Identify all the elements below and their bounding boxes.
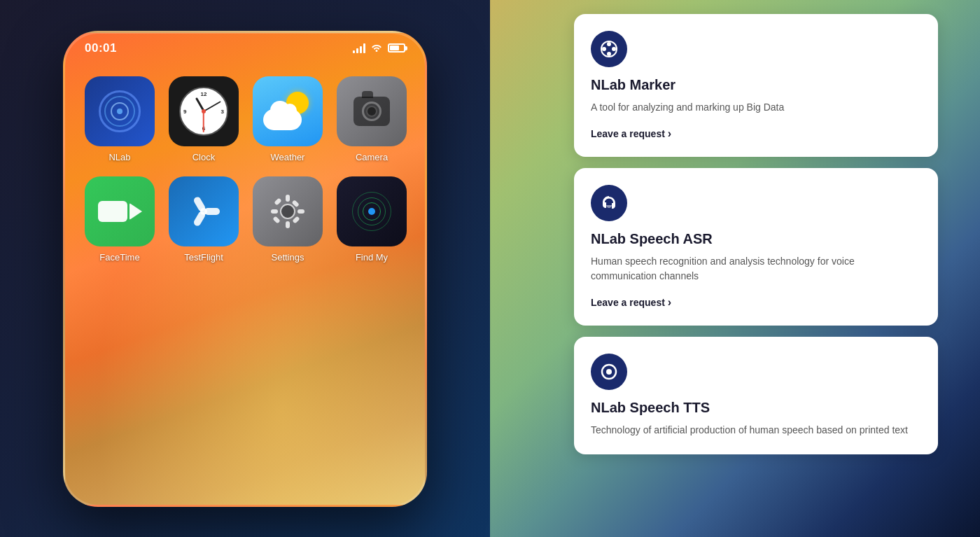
settings-label: Settings: [272, 252, 304, 263]
svg-rect-3: [286, 221, 290, 228]
svg-rect-7: [292, 216, 300, 223]
nlab-icon: [85, 76, 155, 146]
nlab-tts-icon: [591, 354, 627, 390]
camera-label: Camera: [356, 152, 388, 162]
app-settings[interactable]: Settings: [253, 176, 323, 263]
svg-point-0: [117, 109, 122, 114]
nlab-asr-title: NLab Speech ASR: [591, 231, 921, 247]
left-panel: 00:01: [0, 0, 490, 537]
nlab-asr-link[interactable]: Leave a request ›: [591, 296, 921, 309]
app-nlab[interactable]: NLab: [85, 76, 155, 162]
status-bar: 00:01: [65, 33, 425, 55]
status-time: 00:01: [85, 41, 117, 55]
svg-point-1: [281, 204, 295, 218]
card-nlab-marker: NLab Marker A tool for analyzing and mar…: [574, 14, 938, 157]
svg-point-12: [612, 47, 616, 51]
weather-label: Weather: [271, 152, 305, 162]
nlab-marker-link[interactable]: Leave a request ›: [591, 127, 921, 140]
clock-label: Clock: [192, 152, 216, 162]
signal-icon: [353, 43, 365, 53]
nlab-marker-description: A tool for analyzing and marking up Big …: [591, 100, 921, 115]
svg-rect-2: [286, 195, 290, 202]
app-testflight[interactable]: TestFlight: [169, 176, 239, 263]
svg-point-11: [602, 47, 606, 51]
cards-container: NLab Marker A tool for analyzing and mar…: [490, 0, 980, 537]
nlab-asr-description: Human speech recognition and analysis te…: [591, 254, 921, 284]
app-weather[interactable]: Weather: [253, 76, 323, 162]
nlab-asr-link-arrow: ›: [668, 296, 671, 309]
nlab-marker-link-arrow: ›: [668, 127, 671, 140]
card-nlab-speech-asr: NLab Speech ASR Human speech recognition…: [574, 168, 938, 326]
iphone-mockup: 00:01: [63, 31, 427, 507]
svg-point-13: [607, 42, 611, 46]
nlab-label: NLab: [108, 152, 130, 162]
testflight-icon: [169, 176, 239, 246]
settings-icon: [253, 176, 323, 246]
right-panel: NLab Marker A tool for analyzing and mar…: [490, 0, 980, 537]
status-icons: [353, 43, 405, 54]
nlab-marker-link-text: Leave a request: [591, 128, 665, 139]
battery-icon: [388, 43, 405, 53]
clock-icon: 12 3 6 9: [169, 76, 239, 146]
nlab-tts-title: NLab Speech TTS: [591, 400, 921, 416]
app-clock[interactable]: 12 3 6 9 Clock: [169, 76, 239, 162]
camera-icon: [337, 76, 407, 146]
nlab-asr-icon: [591, 185, 627, 221]
nlab-marker-icon: [591, 31, 627, 67]
svg-point-16: [606, 369, 612, 375]
wifi-icon: [371, 43, 382, 54]
findmy-icon: [337, 176, 407, 246]
app-facetime[interactable]: FaceTime: [85, 176, 155, 263]
nlab-marker-title: NLab Marker: [591, 77, 921, 93]
app-grid: NLab 12 3 6 9 Clo: [65, 55, 425, 284]
app-findmy[interactable]: Find My: [337, 176, 407, 263]
nlab-asr-link-text: Leave a request: [591, 297, 665, 308]
svg-rect-9: [272, 216, 280, 223]
facetime-label: FaceTime: [99, 252, 139, 263]
weather-icon: [253, 76, 323, 146]
svg-point-14: [607, 52, 611, 56]
facetime-icon: [85, 176, 155, 246]
card-nlab-speech-tts: NLab Speech TTS Technology of artificial…: [574, 337, 938, 454]
app-camera[interactable]: Camera: [337, 76, 407, 162]
nlab-tts-description: Technology of artificial production of h…: [591, 423, 921, 438]
testflight-label: TestFlight: [184, 252, 223, 263]
svg-rect-4: [271, 209, 278, 214]
svg-rect-5: [298, 209, 304, 214]
svg-rect-6: [274, 197, 281, 205]
findmy-label: Find My: [356, 252, 388, 263]
